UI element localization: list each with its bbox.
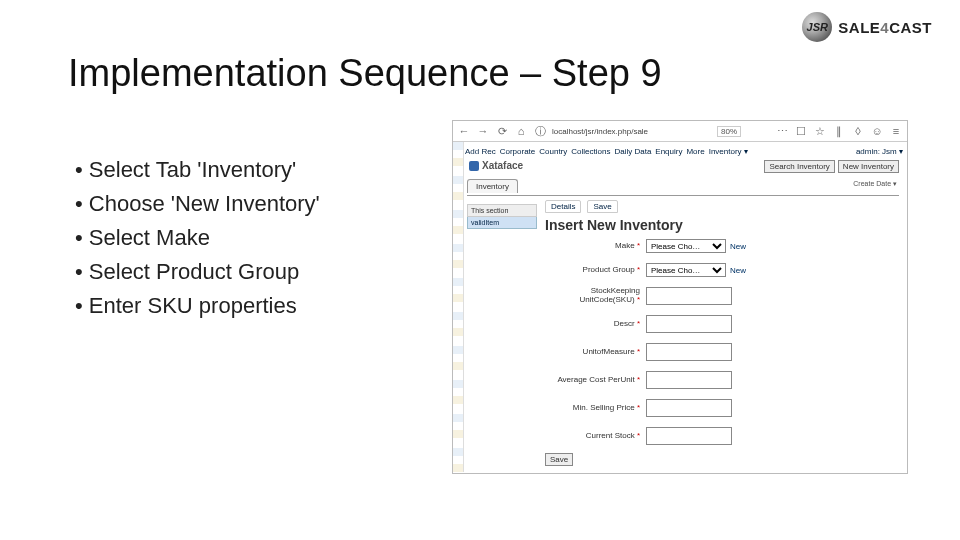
label-descr: Descr * — [545, 320, 646, 329]
browser-toolbar: ← → ⟳ ⌂ ⓘ localhost/jsr/index.php/sale 8… — [453, 121, 907, 142]
browser-screenshot: ← → ⟳ ⌂ ⓘ localhost/jsr/index.php/sale 8… — [452, 120, 908, 474]
select-product-group[interactable]: Please Cho… — [646, 263, 726, 277]
xataface-logo: Xataface — [469, 160, 523, 171]
bullet-list: Select Tab 'Inventory' Choose 'New Inven… — [75, 153, 320, 323]
left-menu-item[interactable]: validItem — [467, 217, 537, 229]
main-tab-row: Inventory — [467, 178, 518, 196]
left-menu-header: This section — [467, 204, 537, 217]
tab-inventory[interactable]: Inventory — [467, 179, 518, 193]
input-cost[interactable] — [646, 371, 732, 389]
bullet-item: Select Tab 'Inventory' — [75, 153, 320, 187]
input-uom[interactable] — [646, 343, 732, 361]
subtab-details[interactable]: Details — [545, 200, 581, 213]
search-inventory-button[interactable]: Search Inventory — [764, 160, 834, 173]
input-price[interactable] — [646, 399, 732, 417]
label-uom: UnitofMeasure * — [545, 348, 646, 357]
zoom-indicator[interactable]: 80% — [717, 126, 741, 137]
forward-icon[interactable]: → — [476, 124, 490, 138]
label-cost: Average Cost PerUnit * — [545, 376, 646, 385]
field-price: Min. Selling Price * — [545, 399, 897, 417]
xataface-icon — [469, 161, 479, 171]
menu-icon[interactable]: ≡ — [889, 124, 903, 138]
bullet-item: Enter SKU properties — [75, 289, 320, 323]
nav-link[interactable]: Add Rec — [465, 147, 496, 156]
label-sku: StockKeeping UnitCode(SKU) * — [545, 287, 646, 305]
logo-text: SALE4CAST — [838, 19, 932, 36]
input-stock[interactable] — [646, 427, 732, 445]
profile-icon[interactable]: ☺ — [870, 124, 884, 138]
new-make-link[interactable]: New — [730, 242, 746, 251]
input-descr[interactable] — [646, 315, 732, 333]
form-title: Insert New Inventory — [545, 217, 897, 233]
new-pg-link[interactable]: New — [730, 266, 746, 275]
label-price: Min. Selling Price * — [545, 404, 646, 413]
field-product-group: Product Group * Please Cho… New — [545, 263, 897, 277]
nav-link[interactable]: Daily Data — [614, 147, 651, 156]
bullet-item: Select Make — [75, 221, 320, 255]
field-stock: Current Stock * — [545, 427, 897, 445]
tab-underline — [467, 195, 899, 196]
field-cost: Average Cost PerUnit * — [545, 371, 897, 389]
library-icon[interactable]: ∥ — [832, 124, 846, 138]
new-inventory-button[interactable]: New Inventory — [838, 160, 899, 173]
left-side-menu: This section validItem — [467, 204, 537, 229]
label-make: Make * — [545, 242, 646, 251]
reload-icon[interactable]: ⟳ — [495, 124, 509, 138]
nav-link[interactable]: Corporate — [500, 147, 536, 156]
logo-ball-icon: JSR — [802, 12, 832, 42]
app-top-nav: Add Rec Corporate Country Collections Da… — [465, 144, 903, 158]
field-make: Make * Please Cho… New — [545, 239, 897, 253]
form-area: Details Save Insert New Inventory Make *… — [545, 200, 897, 468]
slide-title: Implementation Sequence – Step 9 — [68, 52, 662, 95]
nav-link[interactable]: Enquiry — [655, 147, 682, 156]
nav-link[interactable]: More — [686, 147, 704, 156]
bullet-item: Choose 'New Inventory' — [75, 187, 320, 221]
address-bar[interactable]: localhost/jsr/index.php/sale — [552, 127, 682, 136]
brand-logo: JSR SALE4CAST — [802, 12, 932, 42]
label-product-group: Product Group * — [545, 266, 646, 275]
star-icon[interactable]: ☆ — [813, 124, 827, 138]
subtab-save[interactable]: Save — [587, 200, 617, 213]
reader-icon[interactable]: ☐ — [794, 124, 808, 138]
back-icon[interactable]: ← — [457, 124, 471, 138]
user-menu[interactable]: admin: Jsm ▾ — [856, 147, 903, 156]
save-button[interactable]: Save — [545, 453, 573, 466]
input-sku[interactable] — [646, 287, 732, 305]
nav-link[interactable]: Country — [539, 147, 567, 156]
field-uom: UnitofMeasure * — [545, 343, 897, 361]
background-tab-strip — [453, 142, 464, 472]
nav-link-inventory[interactable]: Inventory ▾ — [709, 147, 748, 156]
create-date-dropdown[interactable]: Create Date ▾ — [853, 180, 897, 188]
nav-link[interactable]: Collections — [571, 147, 610, 156]
info-icon: ⓘ — [533, 124, 547, 138]
bullet-item: Select Product Group — [75, 255, 320, 289]
more-icon[interactable]: ⋯ — [775, 124, 789, 138]
field-sku: StockKeeping UnitCode(SKU) * — [545, 287, 897, 305]
field-descr: Descr * — [545, 315, 897, 333]
label-stock: Current Stock * — [545, 432, 646, 441]
select-make[interactable]: Please Cho… — [646, 239, 726, 253]
shield-icon[interactable]: ◊ — [851, 124, 865, 138]
home-icon[interactable]: ⌂ — [514, 124, 528, 138]
